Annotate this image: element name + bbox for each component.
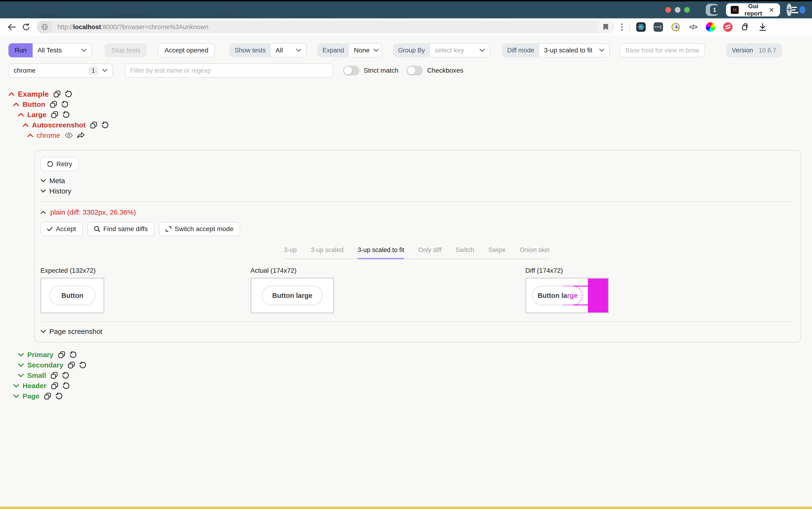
- copy-icon[interactable]: [51, 372, 58, 379]
- tab-switch[interactable]: Switch: [455, 246, 474, 259]
- diff-mode-select[interactable]: 3-up scaled to fit: [539, 43, 610, 57]
- retry-button[interactable]: Retry: [40, 157, 79, 171]
- show-tests-select[interactable]: All: [271, 43, 307, 57]
- browser-menu-button[interactable]: [792, 6, 805, 14]
- suite-row-large[interactable]: Large: [8, 109, 812, 120]
- chevron-up-icon[interactable]: [27, 133, 33, 138]
- run-button[interactable]: Run: [8, 43, 33, 57]
- test-row-autoscreenshot[interactable]: Autoscreenshot: [8, 120, 812, 130]
- accept-opened-button[interactable]: Accept opened: [158, 43, 215, 57]
- tab-3-up-scaled[interactable]: 3-up scaled: [311, 246, 344, 259]
- find-same-diffs-button[interactable]: Find same diffs: [87, 222, 154, 236]
- alarm-clock-icon[interactable]: [671, 22, 680, 32]
- minimize-window-button[interactable]: [675, 7, 680, 13]
- copy-icon[interactable]: [90, 122, 97, 129]
- chevron-up-icon[interactable]: [18, 113, 24, 117]
- actual-screenshot[interactable]: Button large: [251, 278, 334, 313]
- browser-row-chrome[interactable]: chrome: [8, 130, 812, 141]
- tab-onion-skin[interactable]: Onion skin: [520, 246, 550, 259]
- suite-row-header[interactable]: Header: [8, 381, 812, 391]
- tag-extension-icon[interactable]: [741, 22, 750, 32]
- suite-row-example[interactable]: Example: [8, 89, 812, 99]
- suite-row-primary[interactable]: Primary: [8, 349, 812, 360]
- retry-icon[interactable]: [62, 372, 69, 379]
- close-window-button[interactable]: [665, 7, 671, 13]
- diff-screenshot[interactable]: Button large: [525, 278, 609, 313]
- history-collapse[interactable]: History: [40, 187, 793, 195]
- url-field[interactable]: http://localhost:8000/?browser=chrome%3A…: [37, 21, 615, 33]
- bookmark-icon[interactable]: [597, 21, 615, 33]
- group-by-select[interactable]: select key: [430, 43, 490, 57]
- expand-select[interactable]: None: [349, 43, 382, 57]
- chevron-up-icon[interactable]: [13, 102, 19, 106]
- chevron-up-icon[interactable]: [8, 92, 14, 96]
- retry-icon[interactable]: [61, 101, 68, 108]
- suite-row-page[interactable]: Page: [8, 391, 812, 401]
- browser-filter-select[interactable]: chrome 1: [8, 64, 113, 77]
- chevron-down-icon[interactable]: [18, 363, 24, 367]
- copy-icon[interactable]: [58, 351, 65, 358]
- switch-accept-mode-button[interactable]: Switch accept mode: [159, 222, 240, 236]
- new-tab-button[interactable]: +: [787, 3, 792, 16]
- tab-title: Gui report: [739, 3, 768, 17]
- suite-row-button[interactable]: Button: [8, 99, 812, 109]
- copy-icon[interactable]: [50, 101, 57, 108]
- state-collapse[interactable]: plain (diff: 3302px, 26.36%): [40, 208, 793, 216]
- retry-icon[interactable]: [65, 91, 72, 98]
- run-scope-select[interactable]: All Tests: [33, 43, 92, 57]
- code-extension-icon[interactable]: </>: [689, 22, 698, 32]
- browser-tab[interactable]: H Gui report ✕: [726, 3, 780, 16]
- tab-only-diff[interactable]: Only diff: [418, 246, 441, 259]
- history-label: History: [49, 187, 71, 195]
- page-screenshot-collapse[interactable]: Page screenshot: [40, 328, 793, 336]
- copy-icon[interactable]: [68, 362, 75, 369]
- retry-icon[interactable]: [56, 393, 63, 400]
- retry-icon[interactable]: [102, 122, 109, 129]
- chevron-down-icon[interactable]: [18, 373, 24, 378]
- strict-match-toggle[interactable]: [343, 66, 360, 75]
- copy-icon[interactable]: [53, 91, 61, 98]
- zoom-window-button[interactable]: [684, 7, 690, 13]
- kebab-menu-icon[interactable]: [621, 24, 623, 31]
- share-icon[interactable]: [77, 132, 84, 139]
- chevron-down-icon[interactable]: [18, 353, 24, 357]
- checkboxes-toggle[interactable]: [406, 66, 423, 75]
- meta-collapse[interactable]: Meta: [40, 177, 793, 185]
- window-controls: [665, 7, 690, 13]
- close-tab-icon[interactable]: ✕: [768, 6, 775, 14]
- chevron-down-icon: [373, 48, 379, 52]
- retry-icon[interactable]: [63, 382, 70, 389]
- tab-3-up[interactable]: 3-up: [284, 246, 297, 259]
- actual-column: Actual (174x72) Button large: [251, 267, 525, 313]
- chevron-down-icon[interactable]: [13, 394, 19, 398]
- retry-icon[interactable]: [79, 362, 86, 369]
- retry-icon[interactable]: [63, 111, 70, 118]
- expand-value: None: [354, 46, 370, 54]
- copy-icon[interactable]: [51, 111, 58, 118]
- back-icon[interactable]: [7, 24, 16, 30]
- red-badge-extension-icon[interactable]: [723, 22, 733, 32]
- accept-button[interactable]: Accept: [40, 222, 83, 236]
- base-host-input[interactable]: [620, 43, 705, 57]
- color-wheel-icon[interactable]: [706, 22, 715, 32]
- tab-swipe[interactable]: Swipe: [488, 246, 506, 259]
- suite-row-small[interactable]: Small: [8, 370, 812, 381]
- tab-3-up-scaled-to-fit[interactable]: 3-up scaled to fit: [358, 246, 404, 259]
- retry-icon[interactable]: [70, 351, 77, 358]
- chevron-down-icon: [40, 179, 46, 183]
- react-devtools-icon[interactable]: [636, 22, 645, 32]
- suite-row-secondary[interactable]: Secondary: [8, 360, 812, 370]
- reload-icon[interactable]: [23, 23, 30, 31]
- expected-screenshot[interactable]: Button: [40, 278, 104, 313]
- copy-icon[interactable]: [44, 393, 51, 400]
- download-icon[interactable]: [758, 22, 767, 32]
- suites-tree: Example Button Large: [8, 89, 812, 141]
- test-filter-input[interactable]: [124, 64, 333, 77]
- copy-icon[interactable]: [51, 382, 58, 389]
- password-manager-icon[interactable]: •••|: [654, 22, 663, 32]
- chevron-down-icon[interactable]: [13, 384, 19, 388]
- expected-label: Expected (132x72): [40, 267, 251, 274]
- eye-icon[interactable]: [65, 133, 73, 138]
- chevron-up-icon[interactable]: [23, 123, 29, 127]
- tab-counter-button[interactable]: 1: [706, 4, 718, 16]
